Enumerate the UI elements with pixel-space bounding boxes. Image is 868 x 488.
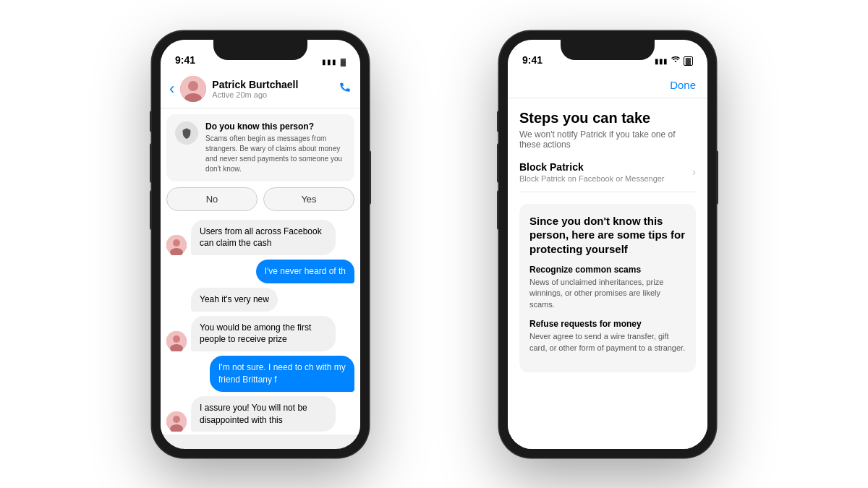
bubble-2: Yeah it's very new bbox=[191, 288, 278, 312]
notch-left bbox=[213, 40, 307, 60]
message-row-5: I assure you! You will not be disappoint… bbox=[166, 396, 354, 432]
chevron-icon: › bbox=[692, 166, 696, 179]
tips-card-title: Since you don't know this person, here a… bbox=[529, 214, 686, 257]
messenger-header: ‹ Patrick Burtchaell Active 20m ago bbox=[161, 70, 360, 108]
signal-icon-left: ▮▮▮ bbox=[322, 58, 337, 66]
tips-subtitle: We won't notify Patrick if you take one … bbox=[519, 129, 696, 150]
phones-container: 9:41 ▮▮▮ ▓ ‹ bbox=[109, 20, 760, 468]
svg-point-4 bbox=[173, 239, 180, 247]
bubble-5: I assure you! You will not be disappoint… bbox=[191, 396, 336, 432]
time-right: 9:41 bbox=[522, 54, 542, 66]
messages-list: Users from all across Facebook can claim… bbox=[161, 217, 360, 435]
time-left: 9:41 bbox=[175, 54, 195, 66]
contact-info: Patrick Burtchaell Active 20m ago bbox=[212, 79, 333, 99]
scene: 9:41 ▮▮▮ ▓ ‹ bbox=[0, 0, 868, 488]
sender-avatar-3 bbox=[166, 331, 187, 351]
tip-item-title-0: Recognize common scams bbox=[529, 265, 686, 275]
message-row-1: I've never heard of th bbox=[166, 260, 354, 283]
status-icons-right: ▮▮▮ ▓ bbox=[655, 56, 693, 66]
message-row-4: I'm not sure. I need to ch with my frien… bbox=[166, 356, 354, 392]
block-description: Block Patrick on Facebook or Messenger bbox=[519, 174, 665, 183]
svg-point-10 bbox=[173, 416, 180, 423]
block-section: Block Patrick Block Patrick on Facebook … bbox=[519, 161, 696, 192]
phone-left-screen: 9:41 ▮▮▮ ▓ ‹ bbox=[161, 40, 360, 449]
signal-icon-right: ▮▮▮ bbox=[655, 57, 668, 65]
call-button[interactable] bbox=[339, 80, 352, 97]
tip-item-title-1: Refuse requests for money bbox=[529, 319, 686, 329]
banner-description: Scams often begin as messages from stran… bbox=[205, 134, 346, 174]
shield-icon bbox=[175, 121, 198, 145]
phone-right: 9:41 ▮▮▮ ▓ Done Steps you c bbox=[499, 31, 716, 458]
tips-title: Steps you can take bbox=[519, 110, 696, 127]
sender-avatar-0 bbox=[166, 235, 187, 255]
block-title: Block Patrick bbox=[519, 161, 665, 173]
sender-avatar-5 bbox=[166, 411, 187, 432]
yes-button[interactable]: Yes bbox=[263, 187, 354, 211]
block-row[interactable]: Block Patrick Block Patrick on Facebook … bbox=[519, 161, 696, 183]
contact-name: Patrick Burtchaell bbox=[212, 79, 333, 90]
notch-right bbox=[561, 40, 655, 60]
battery-icon-right: ▓ bbox=[684, 56, 693, 66]
banner-content: Do you know this person? Scams often beg… bbox=[205, 121, 346, 174]
contact-avatar bbox=[180, 76, 206, 102]
bubble-4: I'm not sure. I need to ch with my frien… bbox=[210, 356, 354, 392]
tip-item-1: Refuse requests for money Never agree to… bbox=[529, 319, 686, 354]
tip-item-0: Recognize common scams News of unclaimed… bbox=[529, 265, 686, 310]
banner-title: Do you know this person? bbox=[205, 121, 346, 132]
wifi-icon-right bbox=[671, 56, 680, 65]
tips-header: Done bbox=[508, 70, 707, 98]
bubble-3: You would be among the first people to r… bbox=[191, 316, 336, 352]
no-button[interactable]: No bbox=[166, 187, 258, 211]
tip-item-desc-1: Never agree to send a wire transfer, gif… bbox=[529, 331, 686, 354]
scam-banner: Do you know this person? Scams often beg… bbox=[166, 114, 354, 181]
chat-area: Do you know this person? Scams often beg… bbox=[161, 108, 360, 435]
tip-item-desc-0: News of unclaimed inheritances, prize wi… bbox=[529, 277, 686, 310]
svg-point-1 bbox=[188, 81, 198, 91]
tips-screen: Done Steps you can take We won't notify … bbox=[508, 70, 707, 449]
message-row-3: You would be among the first people to r… bbox=[166, 316, 354, 352]
battery-icon-left: ▓ bbox=[341, 58, 346, 66]
tips-content: Steps you can take We won't notify Patri… bbox=[508, 98, 707, 449]
back-button[interactable]: ‹ bbox=[169, 80, 174, 98]
bubble-1: I've never heard of th bbox=[256, 260, 354, 283]
bubble-0: Users from all across Facebook can claim… bbox=[191, 220, 336, 256]
phone-left: 9:41 ▮▮▮ ▓ ‹ bbox=[152, 31, 369, 458]
block-info: Block Patrick Block Patrick on Facebook … bbox=[519, 161, 665, 183]
message-row-2: Yeah it's very new bbox=[166, 288, 354, 312]
tips-card: Since you don't know this person, here a… bbox=[519, 204, 696, 372]
phone-right-screen: 9:41 ▮▮▮ ▓ Done Steps you c bbox=[508, 40, 707, 449]
svg-point-7 bbox=[173, 335, 180, 343]
message-row-0: Users from all across Facebook can claim… bbox=[166, 220, 354, 256]
status-icons-left: ▮▮▮ ▓ bbox=[322, 58, 346, 66]
done-button[interactable]: Done bbox=[670, 79, 696, 91]
contact-status: Active 20m ago bbox=[212, 90, 333, 99]
yn-buttons: No Yes bbox=[166, 187, 354, 211]
